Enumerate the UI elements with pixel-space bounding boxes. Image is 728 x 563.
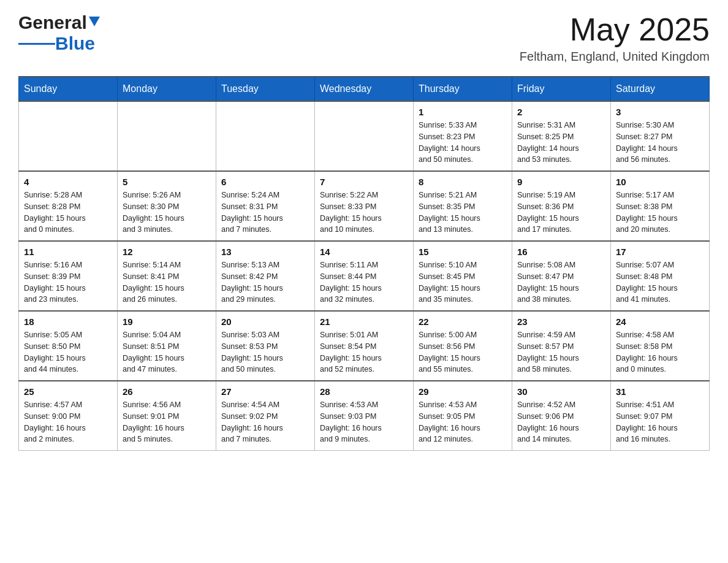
calendar-week-row: 4Sunrise: 5:28 AMSunset: 8:28 PMDaylight…: [19, 171, 710, 241]
calendar-day-cell: 8Sunrise: 5:21 AMSunset: 8:35 PMDaylight…: [414, 171, 512, 241]
day-number: 28: [320, 386, 408, 397]
calendar-table: SundayMondayTuesdayWednesdayThursdayFrid…: [18, 76, 710, 451]
day-number: 5: [123, 177, 211, 187]
day-number: 17: [616, 247, 704, 257]
day-info: Sunrise: 4:52 AMSunset: 9:06 PMDaylight:…: [517, 399, 605, 445]
month-title: May 2025: [520, 12, 710, 47]
calendar-day-cell: 3Sunrise: 5:30 AMSunset: 8:27 PMDaylight…: [611, 101, 710, 171]
day-number: 2: [517, 107, 605, 117]
calendar-day-cell: 30Sunrise: 4:52 AMSunset: 9:06 PMDayligh…: [512, 381, 611, 451]
weekday-header-row: SundayMondayTuesdayWednesdayThursdayFrid…: [19, 77, 710, 101]
calendar-day-cell: 17Sunrise: 5:07 AMSunset: 8:48 PMDayligh…: [611, 241, 710, 311]
weekday-header-sunday: Sunday: [19, 77, 118, 101]
calendar-day-cell: 19Sunrise: 5:04 AMSunset: 8:51 PMDayligh…: [118, 311, 216, 381]
calendar-day-cell: 6Sunrise: 5:24 AMSunset: 8:31 PMDaylight…: [216, 171, 315, 241]
day-info: Sunrise: 4:57 AMSunset: 9:00 PMDaylight:…: [24, 399, 112, 445]
calendar-day-cell: 18Sunrise: 5:05 AMSunset: 8:50 PMDayligh…: [19, 311, 118, 381]
weekday-header-monday: Monday: [118, 77, 216, 101]
day-info: Sunrise: 5:30 AMSunset: 8:27 PMDaylight:…: [616, 120, 704, 166]
calendar-day-cell: 21Sunrise: 5:01 AMSunset: 8:54 PMDayligh…: [315, 311, 414, 381]
day-number: 31: [616, 386, 704, 397]
day-info: Sunrise: 4:53 AMSunset: 9:03 PMDaylight:…: [320, 399, 408, 445]
day-number: 1: [419, 107, 507, 117]
day-info: Sunrise: 5:19 AMSunset: 8:36 PMDaylight:…: [517, 190, 605, 236]
day-number: 24: [616, 316, 704, 327]
calendar-day-cell: [315, 101, 414, 171]
day-number: 7: [320, 177, 408, 187]
day-info: Sunrise: 5:22 AMSunset: 8:33 PMDaylight:…: [320, 190, 408, 236]
calendar-day-cell: 16Sunrise: 5:08 AMSunset: 8:47 PMDayligh…: [512, 241, 611, 311]
calendar-week-row: 25Sunrise: 4:57 AMSunset: 9:00 PMDayligh…: [19, 381, 710, 451]
weekday-header-wednesday: Wednesday: [315, 77, 414, 101]
day-info: Sunrise: 5:05 AMSunset: 8:50 PMDaylight:…: [24, 329, 112, 375]
day-info: Sunrise: 4:56 AMSunset: 9:01 PMDaylight:…: [123, 399, 211, 445]
calendar-day-cell: [216, 101, 315, 171]
day-info: Sunrise: 4:59 AMSunset: 8:57 PMDaylight:…: [517, 329, 605, 375]
weekday-header-thursday: Thursday: [414, 77, 512, 101]
calendar-day-cell: 1Sunrise: 5:33 AMSunset: 8:23 PMDaylight…: [414, 101, 512, 171]
day-number: 21: [320, 316, 408, 327]
day-number: 18: [24, 316, 112, 327]
calendar-day-cell: 25Sunrise: 4:57 AMSunset: 9:00 PMDayligh…: [19, 381, 118, 451]
day-info: Sunrise: 5:26 AMSunset: 8:30 PMDaylight:…: [123, 190, 211, 236]
day-info: Sunrise: 5:21 AMSunset: 8:35 PMDaylight:…: [419, 190, 507, 236]
calendar-day-cell: 24Sunrise: 4:58 AMSunset: 8:58 PMDayligh…: [611, 311, 710, 381]
weekday-header-tuesday: Tuesday: [216, 77, 315, 101]
day-number: 8: [419, 177, 507, 187]
day-number: 13: [221, 247, 309, 257]
calendar-week-row: 11Sunrise: 5:16 AMSunset: 8:39 PMDayligh…: [19, 241, 710, 311]
calendar-day-cell: 29Sunrise: 4:53 AMSunset: 9:05 PMDayligh…: [414, 381, 512, 451]
calendar-day-cell: 20Sunrise: 5:03 AMSunset: 8:53 PMDayligh…: [216, 311, 315, 381]
weekday-header-saturday: Saturday: [611, 77, 710, 101]
day-number: 11: [24, 247, 112, 257]
page-header: General Blue May 2025 Feltham, England, …: [18, 12, 710, 64]
logo-triangle-icon: [89, 17, 100, 29]
day-info: Sunrise: 5:33 AMSunset: 8:23 PMDaylight:…: [419, 120, 507, 166]
calendar-day-cell: 10Sunrise: 5:17 AMSunset: 8:38 PMDayligh…: [611, 171, 710, 241]
day-number: 9: [517, 177, 605, 187]
day-info: Sunrise: 5:14 AMSunset: 8:41 PMDaylight:…: [123, 259, 211, 305]
calendar-day-cell: 5Sunrise: 5:26 AMSunset: 8:30 PMDaylight…: [118, 171, 216, 241]
calendar-day-cell: 7Sunrise: 5:22 AMSunset: 8:33 PMDaylight…: [315, 171, 414, 241]
day-info: Sunrise: 5:16 AMSunset: 8:39 PMDaylight:…: [24, 259, 112, 305]
calendar-day-cell: 27Sunrise: 4:54 AMSunset: 9:02 PMDayligh…: [216, 381, 315, 451]
day-info: Sunrise: 5:31 AMSunset: 8:25 PMDaylight:…: [517, 120, 605, 166]
day-info: Sunrise: 5:24 AMSunset: 8:31 PMDaylight:…: [221, 190, 309, 236]
day-number: 22: [419, 316, 507, 327]
day-number: 29: [419, 386, 507, 397]
day-info: Sunrise: 4:51 AMSunset: 9:07 PMDaylight:…: [616, 399, 704, 445]
day-number: 27: [221, 386, 309, 397]
weekday-header-friday: Friday: [512, 77, 611, 101]
calendar-day-cell: 2Sunrise: 5:31 AMSunset: 8:25 PMDaylight…: [512, 101, 611, 171]
day-number: 26: [123, 386, 211, 397]
logo: General Blue: [18, 12, 100, 54]
day-info: Sunrise: 5:13 AMSunset: 8:42 PMDaylight:…: [221, 259, 309, 305]
day-number: 10: [616, 177, 704, 187]
calendar-day-cell: 15Sunrise: 5:10 AMSunset: 8:45 PMDayligh…: [414, 241, 512, 311]
calendar-week-row: 1Sunrise: 5:33 AMSunset: 8:23 PMDaylight…: [19, 101, 710, 171]
calendar-day-cell: 11Sunrise: 5:16 AMSunset: 8:39 PMDayligh…: [19, 241, 118, 311]
calendar-day-cell: 22Sunrise: 5:00 AMSunset: 8:56 PMDayligh…: [414, 311, 512, 381]
day-number: 30: [517, 386, 605, 397]
svg-marker-0: [89, 17, 100, 26]
calendar-day-cell: 9Sunrise: 5:19 AMSunset: 8:36 PMDaylight…: [512, 171, 611, 241]
calendar-day-cell: 12Sunrise: 5:14 AMSunset: 8:41 PMDayligh…: [118, 241, 216, 311]
day-info: Sunrise: 5:10 AMSunset: 8:45 PMDaylight:…: [419, 259, 507, 305]
day-number: 19: [123, 316, 211, 327]
day-info: Sunrise: 5:07 AMSunset: 8:48 PMDaylight:…: [616, 259, 704, 305]
day-number: 12: [123, 247, 211, 257]
day-info: Sunrise: 5:04 AMSunset: 8:51 PMDaylight:…: [123, 329, 211, 375]
day-number: 4: [24, 177, 112, 187]
calendar-day-cell: 13Sunrise: 5:13 AMSunset: 8:42 PMDayligh…: [216, 241, 315, 311]
title-section: May 2025 Feltham, England, United Kingdo…: [520, 12, 710, 64]
calendar-day-cell: 31Sunrise: 4:51 AMSunset: 9:07 PMDayligh…: [611, 381, 710, 451]
day-info: Sunrise: 5:11 AMSunset: 8:44 PMDaylight:…: [320, 259, 408, 305]
logo-blue: Blue: [55, 33, 95, 54]
day-info: Sunrise: 5:08 AMSunset: 8:47 PMDaylight:…: [517, 259, 605, 305]
logo-general: General: [18, 12, 87, 33]
day-number: 14: [320, 247, 408, 257]
day-number: 23: [517, 316, 605, 327]
calendar-day-cell: 26Sunrise: 4:56 AMSunset: 9:01 PMDayligh…: [118, 381, 216, 451]
day-info: Sunrise: 5:01 AMSunset: 8:54 PMDaylight:…: [320, 329, 408, 375]
calendar-week-row: 18Sunrise: 5:05 AMSunset: 8:50 PMDayligh…: [19, 311, 710, 381]
